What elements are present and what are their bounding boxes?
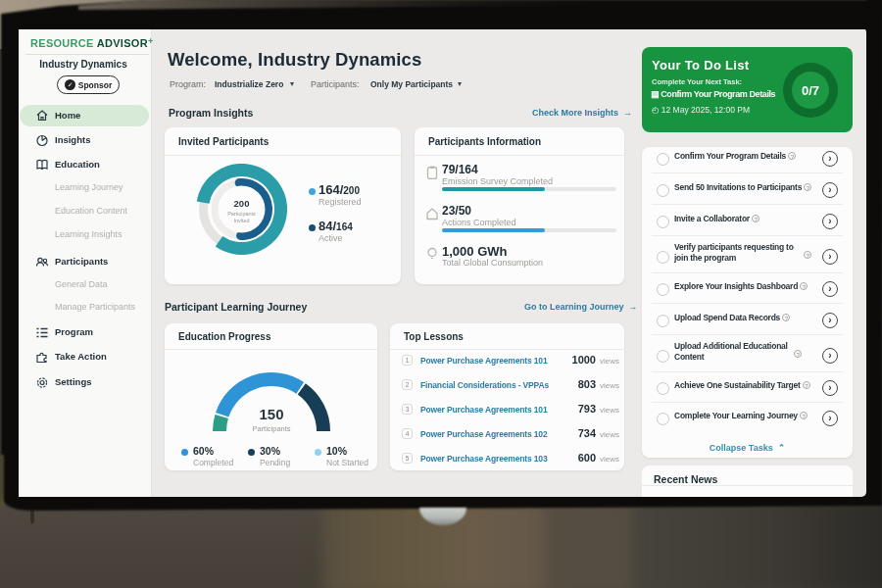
svg-text:Participants: Participants xyxy=(227,211,256,217)
svg-text:Participants: Participants xyxy=(252,424,290,433)
svg-text:200: 200 xyxy=(234,198,250,209)
svg-text:150: 150 xyxy=(259,406,283,422)
svg-text:Invited: Invited xyxy=(233,218,249,223)
